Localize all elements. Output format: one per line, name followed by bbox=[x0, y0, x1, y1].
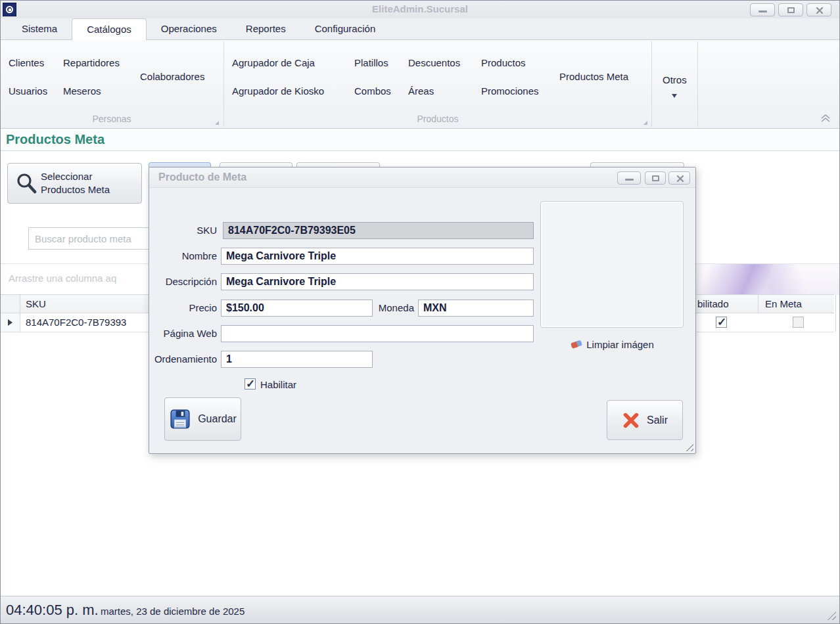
dialog-title: Producto de Meta bbox=[158, 171, 246, 183]
group-corner-icon bbox=[215, 121, 219, 125]
eraser-icon bbox=[570, 339, 583, 349]
window-title: EliteAdmin.Sucursal bbox=[1, 3, 839, 14]
row-sku-cell: 814A70F2C0-7B79393 bbox=[26, 317, 126, 328]
nombre-field[interactable] bbox=[221, 248, 534, 265]
chevron-down-icon[interactable] bbox=[672, 94, 677, 100]
ribbon-item-platillos[interactable]: Platillos bbox=[354, 57, 388, 68]
column-divider bbox=[835, 313, 836, 332]
ribbon: Clientes Repartidores Colaboradores Usua… bbox=[1, 40, 839, 129]
column-divider bbox=[835, 295, 836, 313]
tab-reportes[interactable]: Reportes bbox=[231, 18, 300, 39]
status-date: martes, 23 de diciembre de 2025 bbox=[101, 606, 245, 617]
close-x-icon bbox=[622, 411, 640, 430]
descripcion-label: Descripción bbox=[149, 276, 217, 287]
dialog-maximize-button[interactable] bbox=[645, 171, 666, 185]
producto-de-meta-dialog: Producto de Meta SKU Nombre Descripción … bbox=[149, 167, 696, 454]
minimize-icon bbox=[758, 11, 767, 12]
ribbon-item-agrupador-caja[interactable]: Agrupador de Caja bbox=[232, 57, 315, 68]
app-window: EliteAdmin.Sucursal Sistema Catálogos Op… bbox=[0, 0, 840, 624]
tab-configuracion[interactable]: Configuración bbox=[300, 18, 390, 39]
ribbon-item-clientes[interactable]: Clientes bbox=[9, 57, 44, 68]
dialog-minimize-button[interactable] bbox=[617, 171, 641, 185]
ribbon-item-repartidores[interactable]: Repartidores bbox=[63, 57, 120, 68]
status-time: 04:40:05 p. m. bbox=[6, 602, 99, 619]
ribbon-item-agrupador-kiosko[interactable]: Agrupador de Kiosko bbox=[232, 85, 324, 97]
column-header-habilitado[interactable]: bilitado bbox=[697, 298, 729, 309]
precio-label: Precio bbox=[149, 302, 217, 313]
window-maximize-button[interactable] bbox=[778, 3, 803, 16]
pagina-web-field[interactable] bbox=[221, 325, 534, 342]
row-indicator-icon bbox=[8, 319, 12, 326]
close-icon bbox=[676, 175, 684, 183]
maximize-icon bbox=[787, 7, 795, 13]
tab-catalogos[interactable]: Catálogos bbox=[72, 18, 147, 40]
ribbon-item-descuentos[interactable]: Descuentos bbox=[408, 57, 460, 68]
save-floppy-icon bbox=[169, 408, 191, 430]
ribbon-item-colaboradores[interactable]: Colaboradores bbox=[140, 71, 204, 82]
titlebar: EliteAdmin.Sucursal bbox=[1, 1, 839, 18]
group-separator bbox=[651, 41, 652, 127]
ordenamiento-label: Ordenamiento bbox=[149, 353, 217, 365]
product-image-box[interactable] bbox=[540, 201, 684, 328]
window-minimize-button[interactable] bbox=[750, 3, 775, 16]
ribbon-item-usuarios[interactable]: Usuarios bbox=[9, 85, 47, 97]
ribbon-item-productos[interactable]: Productos bbox=[481, 57, 526, 68]
column-header-en-meta[interactable]: En Meta bbox=[765, 298, 802, 309]
ordenamiento-field[interactable] bbox=[221, 351, 373, 368]
dialog-resize-grip[interactable] bbox=[686, 443, 693, 451]
dialog-titlebar[interactable]: Producto de Meta bbox=[149, 167, 695, 188]
select-button-label: Seleccionar Productos Meta bbox=[41, 170, 110, 196]
salir-label: Salir bbox=[647, 414, 668, 426]
habilitar-label: Habilitar bbox=[260, 379, 296, 390]
descripcion-field[interactable] bbox=[221, 273, 534, 290]
column-header-sku[interactable]: SKU bbox=[26, 298, 46, 309]
group-panel-watermark bbox=[678, 264, 839, 295]
select-productos-meta-button[interactable]: Seleccionar Productos Meta bbox=[7, 163, 142, 204]
ribbon-item-productos-meta[interactable]: Productos Meta bbox=[559, 71, 628, 82]
group-panel-hint: Arrastre una columna aq bbox=[9, 273, 116, 284]
moneda-field[interactable] bbox=[418, 300, 534, 317]
sku-field bbox=[223, 222, 534, 239]
ribbon-item-combos[interactable]: Combos bbox=[354, 85, 391, 97]
group-caption-personas: Personas bbox=[1, 114, 223, 124]
close-icon bbox=[816, 7, 824, 14]
guardar-button[interactable]: Guardar bbox=[164, 397, 241, 441]
tab-operaciones[interactable]: Operaciones bbox=[147, 18, 231, 39]
row-habilitado-checkbox[interactable] bbox=[716, 317, 727, 328]
minimize-icon bbox=[625, 179, 634, 181]
statusbar: 04:40:05 p. m. martes, 23 de diciembre d… bbox=[1, 596, 839, 623]
dialog-close-button[interactable] bbox=[668, 171, 690, 185]
guardar-label: Guardar bbox=[198, 413, 237, 425]
limpiar-label: Limpiar imágen bbox=[586, 339, 654, 350]
tab-sistema[interactable]: Sistema bbox=[7, 18, 72, 39]
ribbon-item-otros[interactable]: Otros bbox=[663, 74, 687, 85]
maximize-icon bbox=[652, 175, 659, 181]
salir-button[interactable]: Salir bbox=[607, 400, 683, 440]
ribbon-tab-strip: Sistema Catálogos Operaciones Reportes C… bbox=[1, 18, 839, 40]
group-corner-icon bbox=[643, 121, 647, 125]
search-icon bbox=[16, 172, 37, 194]
moneda-label: Moneda bbox=[346, 302, 414, 313]
ribbon-collapse-icon[interactable] bbox=[820, 114, 831, 123]
pagina-web-label: Página Web bbox=[149, 328, 217, 339]
ribbon-item-meseros[interactable]: Meseros bbox=[63, 85, 101, 97]
habilitar-checkbox[interactable] bbox=[245, 378, 256, 390]
ribbon-item-promociones[interactable]: Promociones bbox=[481, 85, 539, 97]
sku-label: SKU bbox=[149, 225, 217, 236]
row-en-meta-checkbox[interactable] bbox=[793, 317, 804, 328]
window-resize-grip[interactable] bbox=[828, 612, 836, 620]
group-separator bbox=[697, 41, 698, 127]
grid-indicator-column bbox=[1, 295, 20, 313]
group-caption-productos: Productos bbox=[224, 114, 651, 124]
column-divider[interactable] bbox=[758, 295, 758, 313]
page-title: Productos Meta bbox=[6, 132, 105, 147]
nombre-label: Nombre bbox=[149, 250, 217, 261]
limpiar-imagen-button[interactable]: Limpiar imágen bbox=[540, 337, 684, 351]
ribbon-item-areas[interactable]: Áreas bbox=[408, 85, 434, 97]
page-header: Productos Meta bbox=[1, 129, 839, 151]
window-close-button[interactable] bbox=[806, 3, 831, 16]
